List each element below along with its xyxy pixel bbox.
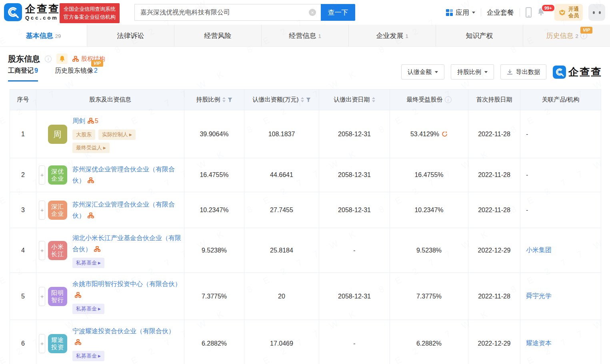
org-chart-icon[interactable] xyxy=(75,292,81,298)
tab-operation-info[interactable]: 经营信息 1 xyxy=(262,25,349,46)
amount-cell: 44.6641 xyxy=(244,158,319,192)
org-chart-icon[interactable] xyxy=(88,177,94,183)
clear-search-icon[interactable] xyxy=(309,9,316,16)
info-icon[interactable] xyxy=(445,96,452,103)
subtab-business-registration[interactable]: 工商登记9 xyxy=(8,67,38,82)
col-amount: 认缴出资额(万元) xyxy=(244,90,319,110)
enterprise-package-link[interactable]: 企业套餐 xyxy=(487,8,514,17)
filter-icon[interactable] xyxy=(306,97,311,102)
apps-menu[interactable]: 应用 xyxy=(446,8,475,17)
amount-cell: 25.8184 xyxy=(244,228,319,273)
table-row: 6 + 耀途投资 宁波耀途投资合伙企业（有限合伙） 私募基金▶ 6.2882% … xyxy=(10,320,601,364)
related-count[interactable]: 5 xyxy=(95,117,98,124)
expand-row-button[interactable]: + xyxy=(39,165,45,185)
table-row: 5 + 阳明智行 余姚市阳明智行投资中心（有限合伙） 私募基金▶ 7.3775%… xyxy=(10,273,601,320)
qcc-logo[interactable]: 企查查 Qcc.com xyxy=(4,3,60,21)
org-chart-icon[interactable] xyxy=(75,339,81,345)
tag-private-fund[interactable]: 私募基金▶ xyxy=(72,304,104,314)
related-product-link[interactable]: 舜宇光学 xyxy=(526,292,552,299)
ratio-cell: 9.5238% xyxy=(184,228,244,273)
filter-icon[interactable] xyxy=(228,97,232,102)
shareholders-table: 序号 股东及出资信息 持股比例 认缴出资额(万元) 认缴出资日期 最终受益股份 … xyxy=(10,89,601,364)
tag-private-fund[interactable]: 私募基金▶ xyxy=(72,351,104,361)
col-shareholder: 股东及出资信息 xyxy=(36,90,184,110)
date-cell: 2058-12-31 xyxy=(319,110,390,158)
section-info-icon[interactable] xyxy=(45,56,52,62)
related-product-link[interactable]: 耀途资本 xyxy=(526,340,552,346)
first-date-cell: 2022-11-28 xyxy=(468,192,520,228)
col-benefit: 最终受益股份 xyxy=(390,90,468,110)
shareholding-ratio-dropdown[interactable]: 持股比例 xyxy=(451,64,494,80)
first-date-cell: 2022-11-28 xyxy=(468,273,520,320)
tab-basic-info[interactable]: 基本信息 29 xyxy=(0,25,87,46)
chevron-down-icon xyxy=(435,71,438,75)
subscribed-amount-dropdown[interactable]: 认缴金额 xyxy=(401,64,444,80)
expand-row-button[interactable]: + xyxy=(39,334,45,353)
shareholder-avatar: 深优企业 xyxy=(48,165,67,185)
expand-row-button[interactable]: + xyxy=(39,201,45,220)
notifications[interactable]: 99+ xyxy=(537,8,545,17)
user-avatar[interactable] xyxy=(588,4,605,21)
search-bar: 查一下 xyxy=(134,4,355,21)
related-product-link[interactable]: 小米集团 xyxy=(526,247,552,253)
date-cell: - xyxy=(319,228,390,273)
qcc-brand-watermark: 企查查 xyxy=(553,65,602,79)
tab-history-info[interactable]: VIP 历史信息 2 xyxy=(523,25,610,46)
equity-penetration-icon[interactable] xyxy=(442,131,448,137)
shareholder-name-link[interactable]: 宁波耀途投资合伙企业（有限合伙） xyxy=(72,328,175,334)
shareholder-name-link[interactable]: 周剑 xyxy=(72,117,85,124)
apps-grid-icon xyxy=(446,9,453,16)
notification-count-badge: 99+ xyxy=(541,4,555,12)
table-row: 1 周 周剑5 大股东 实际控制人▶ 最终受益人▶ xyxy=(10,110,601,158)
ratio-cell: 6.2882% xyxy=(184,320,244,364)
table-row: 4 + 小米长江 湖北小米长江产业基金合伙企业（有限合伙） 私募基金▶ 9.52… xyxy=(10,228,601,273)
vip-badge: VIP xyxy=(580,27,592,34)
tab-intellectual-property[interactable]: 知识产权 xyxy=(436,25,523,46)
related-companies-icon[interactable] xyxy=(88,118,94,124)
shareholder-name-link[interactable]: 湖北小米长江产业基金合伙企业（有限合伙） xyxy=(72,235,181,253)
open-vip-button[interactable]: 开通 会员 xyxy=(554,4,583,21)
org-chart-icon[interactable] xyxy=(94,246,100,252)
shareholder-avatar: 耀途投资 xyxy=(48,334,67,353)
expand-row-button[interactable]: + xyxy=(39,287,45,306)
amount-cell: 108.1837 xyxy=(244,110,319,158)
related-cell: - xyxy=(520,110,601,158)
amount-cell: 27.7455 xyxy=(244,192,319,228)
date-cell: 2058-12-31 xyxy=(319,273,390,320)
tab-operation-risk[interactable]: 经营风险 xyxy=(174,25,262,46)
shareholder-cell: + 耀途投资 宁波耀途投资合伙企业（有限合伙） 私募基金▶ xyxy=(36,320,184,364)
search-button[interactable]: 查一下 xyxy=(321,4,355,21)
tag-private-fund[interactable]: 私募基金▶ xyxy=(72,258,104,268)
related-cell: 耀途资本 xyxy=(520,320,601,364)
sort-icon[interactable] xyxy=(222,95,226,104)
logo-name: 企查查 xyxy=(25,4,60,14)
col-date: 认缴出资日期 xyxy=(319,90,390,110)
tab-company-development[interactable]: 企业发展 1 xyxy=(349,25,436,46)
search-input[interactable] xyxy=(134,4,321,21)
sort-icon[interactable] xyxy=(372,95,375,104)
related-cell: 小米集团 xyxy=(520,228,601,273)
tag-major-shareholder[interactable]: 大股东 xyxy=(72,129,95,140)
tag-actual-controller[interactable]: 实际控制人▶ xyxy=(98,129,136,140)
col-first-date: 首次持股日期 xyxy=(468,90,520,110)
subtab-history-shareholder-mirror[interactable]: VIP 历史股东镜像2 xyxy=(55,67,98,80)
table-row: 2 + 深优企业 苏州深优企业管理合伙企业（有限合伙） 16.4755% 44.… xyxy=(10,158,601,192)
mobile-app-icon[interactable] xyxy=(526,7,532,18)
table-row: 3 + 深汇企业 苏州深汇企业管理合伙企业（有限合伙） 10.2347% 27.… xyxy=(10,192,601,228)
expand-row-button[interactable]: + xyxy=(39,241,45,260)
monitor-bell-button[interactable] xyxy=(56,54,68,64)
org-chart-icon[interactable] xyxy=(88,213,94,219)
shareholder-name-link[interactable]: 余姚市阳明智行投资中心（有限合伙） xyxy=(72,280,181,287)
tag-ultimate-beneficiary[interactable]: 最终受益人▶ xyxy=(72,143,110,153)
download-icon xyxy=(507,69,513,75)
date-cell: - xyxy=(319,320,390,364)
amount-cell: 20 xyxy=(244,273,319,320)
export-data-button[interactable]: 导出数据 xyxy=(500,64,546,80)
shareholder-cell: + 深优企业 苏州深优企业管理合伙企业（有限合伙） xyxy=(36,158,184,192)
shareholder-cell: 周 周剑5 大股东 实际控制人▶ 最终受益人▶ xyxy=(36,110,184,158)
shareholder-cell: + 深汇企业 苏州深汇企业管理合伙企业（有限合伙） xyxy=(36,192,184,228)
sort-icon[interactable] xyxy=(301,95,304,104)
tab-legal-litigation[interactable]: 法律诉讼 xyxy=(87,25,174,46)
ratio-cell: 10.2347% xyxy=(184,192,244,228)
serial-cell: 5 xyxy=(10,273,36,320)
